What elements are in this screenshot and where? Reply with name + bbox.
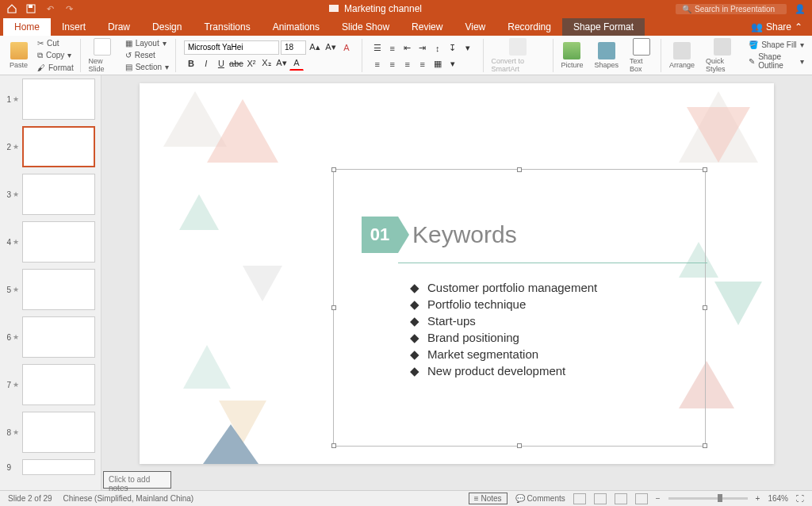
- subscript-button[interactable]: X₂: [259, 56, 274, 71]
- quickstyles-icon: [714, 38, 731, 56]
- reset-button[interactable]: ↺Reset: [122, 50, 172, 60]
- quickstyles-button[interactable]: Quick Styles: [701, 37, 744, 74]
- italic-button[interactable]: I: [199, 56, 213, 71]
- align-left-button[interactable]: ≡: [370, 57, 385, 71]
- undo-icon[interactable]: ↶: [44, 3, 56, 14]
- format-painter-button[interactable]: 🖌Format: [34, 63, 77, 73]
- redo-icon[interactable]: ↷: [63, 3, 75, 14]
- tab-insert[interactable]: Insert: [51, 18, 97, 36]
- textbox-button[interactable]: Text Box: [625, 37, 657, 74]
- comments-button[interactable]: 💬 Comments: [515, 494, 565, 503]
- paste-group[interactable]: Paste: [5, 37, 33, 74]
- tab-animations[interactable]: Animations: [262, 18, 331, 36]
- line-spacing-button[interactable]: ↕: [431, 41, 445, 56]
- tab-shapeformat[interactable]: Shape Format: [562, 18, 645, 36]
- superscript-button[interactable]: X²: [244, 56, 259, 71]
- font-size-select[interactable]: [281, 40, 306, 55]
- thumb-8[interactable]: [22, 412, 95, 453]
- slide-canvas[interactable]: Customer portfolio management Portfolio …: [140, 83, 774, 464]
- thumb-5[interactable]: [22, 269, 95, 310]
- thumb-2[interactable]: [22, 126, 95, 167]
- thumb-1[interactable]: [22, 79, 95, 120]
- shapes-button[interactable]: Shapes: [589, 37, 623, 74]
- tab-design[interactable]: Design: [141, 18, 193, 36]
- slide-number-badge: 01: [362, 217, 398, 253]
- new-slide-button[interactable]: New Slide: [84, 37, 121, 74]
- arrange-button[interactable]: Arrange: [665, 37, 699, 74]
- share-button[interactable]: 👥Share⌃: [741, 18, 812, 36]
- cut-button[interactable]: ✂Cut: [34, 38, 77, 48]
- tab-home[interactable]: Home: [3, 18, 51, 36]
- tab-view[interactable]: View: [454, 18, 496, 36]
- align-right-button[interactable]: ≡: [400, 57, 415, 71]
- deco-triangle: [243, 266, 282, 301]
- deco-triangle: [714, 282, 762, 325]
- copy-icon: ⧉: [37, 51, 43, 60]
- indent-left-button[interactable]: ⇤: [400, 41, 415, 56]
- zoom-in-button[interactable]: +: [756, 494, 760, 503]
- tab-draw[interactable]: Draw: [97, 18, 141, 36]
- thumb-7[interactable]: [22, 364, 95, 405]
- tab-transitions[interactable]: Transitions: [193, 18, 261, 36]
- strike-button[interactable]: abc: [229, 56, 243, 71]
- picture-button[interactable]: Picture: [556, 37, 588, 74]
- bold-button[interactable]: B: [184, 56, 198, 71]
- zoom-level[interactable]: 164%: [768, 494, 788, 503]
- pencil-icon: ✎: [749, 57, 755, 66]
- slide-title: 01 Keywords: [362, 217, 517, 253]
- bucket-icon: 🪣: [749, 40, 758, 49]
- copy-button[interactable]: ⧉Copy ▾: [34, 50, 77, 61]
- thumb-9[interactable]: [22, 459, 95, 475]
- highlight-button[interactable]: A▾: [274, 56, 289, 71]
- font-color-button[interactable]: A: [289, 56, 304, 71]
- layout-button[interactable]: ▦Layout ▾: [122, 38, 172, 48]
- presentation-icon: [328, 3, 339, 14]
- columns-button[interactable]: ▦: [431, 57, 445, 71]
- numbering-button[interactable]: ≡: [385, 41, 400, 56]
- reading-view-button[interactable]: [615, 493, 627, 504]
- shapes-icon: [598, 42, 615, 59]
- save-icon[interactable]: [25, 3, 36, 14]
- shapefill-button[interactable]: 🪣Shape Fill ▾: [745, 40, 807, 50]
- content-textbox[interactable]: Customer portfolio management Portfolio …: [333, 169, 706, 447]
- thumb-3[interactable]: [22, 174, 95, 215]
- search-box[interactable]: 🔍 Search in Presentation: [676, 4, 787, 14]
- fit-window-button[interactable]: ⛶: [796, 494, 804, 503]
- notes-input[interactable]: Click to add notes: [103, 471, 171, 489]
- decrease-font-button[interactable]: A▾: [324, 40, 338, 55]
- underline-button[interactable]: U: [214, 56, 228, 71]
- indent-right-button[interactable]: ⇥: [416, 41, 430, 56]
- reset-icon: ↺: [125, 51, 132, 59]
- tab-review[interactable]: Review: [400, 18, 454, 36]
- slideshow-view-button[interactable]: [635, 493, 648, 504]
- language-indicator[interactable]: Chinese (Simplified, Mainland China): [63, 494, 194, 503]
- smartart-button[interactable]: Convert to SmartArt: [487, 37, 550, 74]
- canvas-area: Customer portfolio management Portfolio …: [102, 75, 812, 490]
- tab-slideshow[interactable]: Slide Show: [331, 18, 400, 36]
- slide-thumbnails[interactable]: 1★ 2★ 3★ 4★ 5★ 6★ 7★ 8★ 9: [0, 75, 102, 490]
- new-slide-icon: [94, 38, 111, 56]
- bullets-button[interactable]: ☰: [370, 41, 385, 56]
- tab-recording[interactable]: Recording: [496, 18, 562, 36]
- align-text-button[interactable]: ▾: [461, 41, 475, 56]
- thumb-4[interactable]: [22, 221, 95, 263]
- increase-font-button[interactable]: A▴: [308, 40, 322, 55]
- shapeoutline-button[interactable]: ✎Shape Outline ▾: [745, 52, 807, 71]
- home-icon[interactable]: [6, 3, 17, 14]
- font-name-select[interactable]: [184, 40, 279, 55]
- justify-button[interactable]: ≡: [416, 57, 430, 71]
- text-direction-button[interactable]: ↧: [446, 41, 460, 56]
- svg-rect-1: [29, 5, 33, 8]
- bullets-list[interactable]: Customer portfolio management Portfolio …: [410, 279, 705, 379]
- clear-format-button[interactable]: A: [339, 40, 354, 55]
- align-center-button[interactable]: ≡: [385, 57, 400, 71]
- normal-view-button[interactable]: [573, 493, 586, 504]
- zoom-slider[interactable]: [668, 497, 748, 500]
- section-button[interactable]: ▤Section ▾: [122, 62, 172, 72]
- sorter-view-button[interactable]: [594, 493, 607, 504]
- user-icon[interactable]: 👤: [795, 3, 806, 14]
- zoom-out-button[interactable]: −: [656, 494, 661, 503]
- notes-toggle[interactable]: ≡ Notes: [469, 493, 508, 504]
- thumb-6[interactable]: [22, 316, 95, 358]
- more-para-button[interactable]: ▾: [446, 57, 460, 71]
